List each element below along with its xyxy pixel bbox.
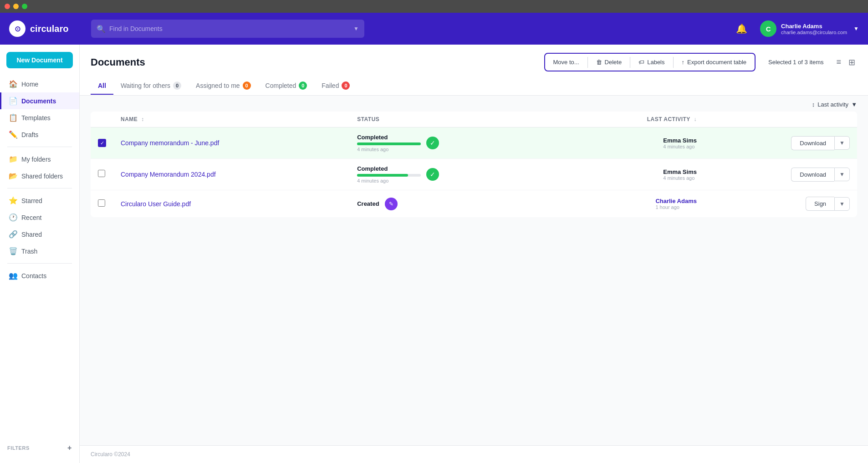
shared-folders-icon: 📂	[9, 172, 17, 180]
document-tabs: All Waiting for others 0 Assigned to me …	[91, 77, 857, 95]
row-activity-cell: Emma Sims 4 minutes ago	[551, 159, 704, 190]
sidebar-item-label: Templates	[21, 114, 51, 122]
minimize-btn[interactable]	[13, 4, 19, 9]
sidebar-item-trash[interactable]: 🗑️ Trash	[0, 243, 79, 259]
grid-view-button[interactable]: ⊞	[847, 56, 857, 69]
list-view-button[interactable]: ≡	[834, 56, 843, 69]
sort-dropdown-icon: ▼	[851, 101, 857, 108]
sidebar-item-label: Shared folders	[21, 173, 63, 180]
activity-person: Charlie Adams	[655, 198, 697, 204]
search-bar[interactable]: 🔍 ▼	[91, 20, 364, 38]
status-bar-fill	[357, 174, 408, 177]
main-content: Documents Move to... 🗑 Delete 🏷 Labels	[80, 45, 868, 463]
sidebar-item-contacts[interactable]: 👥 Contacts	[0, 267, 79, 284]
sidebar-item-shared[interactable]: 🔗 Shared	[0, 226, 79, 243]
labels-button[interactable]: 🏷 Labels	[632, 56, 671, 69]
selected-info: Selected 1 of 3 items	[768, 59, 823, 66]
row-checkbox-cell[interactable]	[91, 190, 113, 218]
sidebar-item-label: Trash	[21, 248, 37, 255]
sidebar-item-label: Recent	[21, 214, 41, 221]
status-time: 4 minutes ago	[357, 147, 421, 152]
sidebar-item-documents[interactable]: 📄 Documents	[0, 92, 79, 109]
action-dropdown-button[interactable]: ▼	[834, 136, 850, 150]
activity-time: 4 minutes ago	[663, 175, 697, 181]
toolbar-divider	[630, 57, 630, 68]
action-dropdown-button[interactable]: ▼	[834, 168, 850, 181]
download-button[interactable]: Download	[791, 136, 834, 150]
delete-button[interactable]: 🗑 Delete	[590, 56, 628, 69]
tab-failed-label: Failed	[322, 82, 339, 89]
download-button[interactable]: Download	[791, 168, 834, 182]
row-name-cell: Circularo User Guide.pdf	[113, 190, 350, 218]
search-dropdown-icon[interactable]: ▼	[353, 25, 359, 32]
view-toggle: ≡ ⊞	[834, 56, 857, 69]
sidebar-item-label: My folders	[21, 156, 51, 163]
sort-activity-icon: ↓	[694, 116, 696, 122]
row-action-cell: Download ▼	[704, 159, 857, 190]
sidebar-item-label: Shared	[21, 231, 42, 238]
export-button[interactable]: ↑ Export document table	[675, 56, 753, 69]
sign-button[interactable]: Sign	[806, 197, 834, 211]
tab-failed[interactable]: Failed 0	[314, 77, 357, 95]
sidebar-item-home[interactable]: 🏠 Home	[0, 76, 79, 92]
sidebar-item-drafts[interactable]: ✏️ Drafts	[0, 126, 79, 143]
recent-icon: 🕐	[9, 213, 17, 222]
sidebar-divider-1	[7, 147, 72, 147]
tab-failed-badge: 0	[342, 81, 350, 90]
document-name[interactable]: Circularo User Guide.pdf	[121, 200, 191, 208]
row-name-cell: Company Memorandum 2024.pdf	[113, 159, 350, 190]
row-checkbox-cell[interactable]: ✓	[91, 127, 113, 159]
row-checkbox[interactable]	[98, 170, 105, 177]
status-bar-bg	[357, 174, 421, 177]
activity-time: 1 hour ago	[655, 204, 697, 210]
sidebar-item-shared-folders[interactable]: 📂 Shared folders	[0, 168, 79, 184]
contacts-icon: 👥	[9, 271, 17, 280]
logo: ⊙ circularo	[9, 20, 82, 37]
sidebar-item-recent[interactable]: 🕐 Recent	[0, 209, 79, 226]
new-document-button[interactable]: New Document	[6, 52, 73, 68]
sidebar-item-label: Drafts	[21, 131, 38, 138]
row-name-cell: Company memorandum - June.pdf	[113, 127, 350, 159]
row-action-cell: Download ▼	[704, 127, 857, 159]
tab-completed[interactable]: Completed 0	[258, 77, 315, 95]
checked-checkbox[interactable]: ✓	[98, 139, 106, 147]
sidebar-item-starred[interactable]: ⭐ Starred	[0, 192, 79, 209]
sort-button[interactable]: ↕ Last activity ▼	[812, 101, 857, 108]
row-checkbox-cell[interactable]	[91, 159, 113, 190]
tab-assigned[interactable]: Assigned to me 0	[189, 77, 258, 95]
row-activity-cell: Emma Sims 4 minutes ago	[551, 127, 704, 159]
status-complete-icon: ✓	[426, 168, 439, 181]
tab-completed-label: Completed	[266, 82, 296, 89]
sidebar-divider-3	[7, 263, 72, 264]
user-name: Charlie Adams	[781, 23, 847, 30]
search-input[interactable]	[109, 25, 350, 32]
sidebar-item-my-folders[interactable]: 📁 My folders	[0, 151, 79, 168]
move-to-button[interactable]: Move to...	[547, 56, 586, 69]
user-menu[interactable]: C Charlie Adams charlie.adams@circularo.…	[760, 20, 859, 37]
sidebar-item-label: Documents	[21, 97, 56, 105]
starred-icon: ⭐	[9, 196, 17, 205]
tab-all[interactable]: All	[91, 77, 113, 95]
selection-info-area: Selected 1 of 3 items ≡ ⊞	[761, 56, 857, 69]
close-btn[interactable]	[5, 4, 10, 9]
sidebar-item-label: Home	[21, 81, 38, 88]
tab-waiting-badge: 0	[173, 81, 181, 90]
row-status-cell: Created ✎	[350, 190, 551, 218]
table-row: ✓ Company memorandum - June.pdf Complete…	[91, 127, 857, 159]
notifications-bell[interactable]: 🔔	[732, 20, 751, 38]
filters-add-button[interactable]: +	[67, 444, 72, 452]
activity-person: Emma Sims	[663, 168, 697, 175]
title-row: Documents Move to... 🗑 Delete 🏷 Labels	[91, 53, 857, 71]
toolbar-divider	[673, 57, 674, 68]
action-dropdown-button[interactable]: ▼	[834, 197, 850, 211]
filters-label: FILTERS	[7, 445, 30, 451]
row-checkbox[interactable]	[98, 199, 105, 207]
sidebar-item-templates[interactable]: 📋 Templates	[0, 109, 79, 126]
document-name[interactable]: Company memorandum - June.pdf	[121, 139, 219, 147]
tab-waiting[interactable]: Waiting for others 0	[113, 77, 189, 95]
activity-time: 4 minutes ago	[663, 144, 697, 149]
maximize-btn[interactable]	[22, 4, 27, 9]
sidebar-item-label: Starred	[21, 197, 42, 204]
titlebar	[0, 0, 868, 13]
document-name[interactable]: Company Memorandum 2024.pdf	[121, 171, 216, 178]
